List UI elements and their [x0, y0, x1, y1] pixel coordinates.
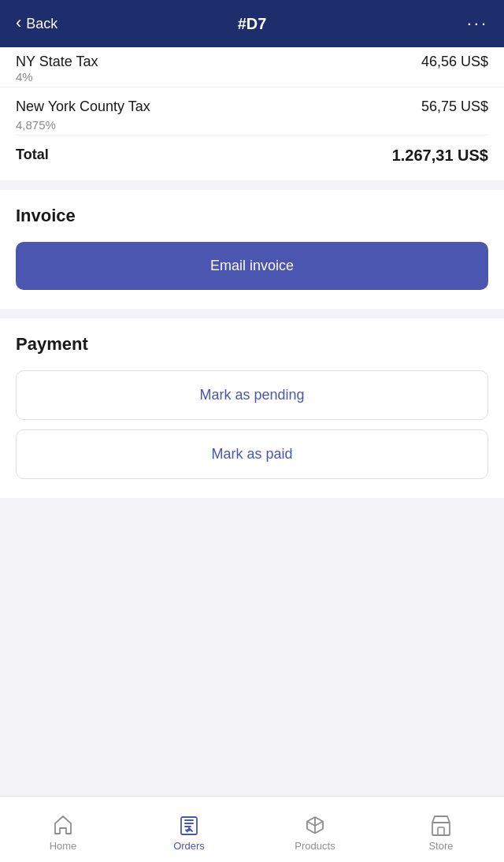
invoice-section: Invoice Email invoice: [0, 190, 504, 309]
tab-orders-label: Orders: [173, 840, 205, 852]
mark-as-paid-button[interactable]: Mark as paid: [16, 429, 488, 479]
back-label: Back: [26, 16, 57, 32]
mark-as-pending-button[interactable]: Mark as pending: [16, 370, 488, 420]
tax-name: New York County Tax: [16, 97, 150, 117]
partial-tax-amount: 46,56 US$: [421, 54, 488, 70]
partial-tax-row: NY State Tax 4% 46,56 US$: [0, 47, 504, 87]
store-icon: [429, 813, 453, 837]
svg-rect-1: [432, 823, 450, 835]
total-label: Total: [16, 145, 49, 165]
tab-home[interactable]: Home: [0, 807, 126, 852]
payment-title: Payment: [16, 334, 488, 355]
tab-store[interactable]: Store: [378, 807, 504, 852]
tax-rate: 4,875%: [16, 118, 150, 132]
payment-section: Payment Mark as pending Mark as paid: [0, 318, 504, 498]
total-row: Total 1.267,31 US$: [16, 136, 488, 168]
partial-tax-rate: 4%: [16, 70, 98, 84]
tax-row: New York County Tax 4,875% 56,75 US$: [16, 87, 488, 136]
back-chevron-icon: ‹: [16, 14, 21, 32]
more-options-button[interactable]: ···: [467, 13, 488, 34]
tab-orders[interactable]: Orders: [126, 807, 252, 852]
tax-amount: 56,75 US$: [421, 97, 488, 115]
back-button[interactable]: ‹ Back: [16, 16, 57, 32]
svg-rect-2: [438, 827, 444, 835]
tab-home-label: Home: [50, 840, 77, 852]
top-bar: ‹ Back #D7 ···: [0, 0, 504, 47]
total-amount: 1.267,31 US$: [392, 145, 488, 165]
section-divider-1: [0, 180, 504, 190]
email-invoice-button[interactable]: Email invoice: [16, 242, 488, 290]
tab-products[interactable]: Products: [252, 807, 378, 852]
partial-tax-name: NY State Tax: [16, 54, 98, 70]
tab-products-label: Products: [295, 840, 335, 852]
bottom-spacer: [0, 498, 504, 564]
section-divider-2: [0, 309, 504, 318]
tab-store-label: Store: [428, 840, 453, 852]
products-icon: [303, 813, 327, 837]
tab-bar: Home Orders Products: [0, 796, 504, 862]
invoice-title: Invoice: [16, 206, 488, 226]
page-title: #D7: [238, 15, 267, 33]
orders-icon: [177, 813, 201, 837]
tax-section: New York County Tax 4,875% 56,75 US$ Tot…: [0, 87, 504, 180]
home-icon: [51, 813, 75, 837]
